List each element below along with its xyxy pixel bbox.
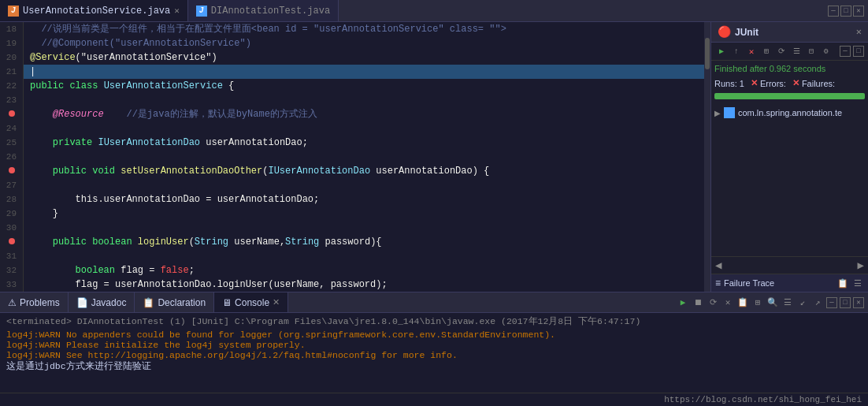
footer-url: https://blog.csdn.net/shi_hong_fei_hei (664, 395, 862, 404)
tree-item[interactable]: ▶ com.ln.spring.annotation.te (714, 106, 865, 120)
code-content: private IUserAnnotationDao userAnnotatio… (24, 136, 308, 150)
close-button[interactable]: ✕ (853, 6, 864, 17)
errors-stat: ✕ Errors: (751, 78, 786, 88)
bottom-toolbar: ▶ ⏹ ⟳ ✕ 📋 ⊞ 🔍 ☰ ↙ ↗ ─ □ ✕ (677, 296, 868, 309)
tree-arrow-icon: ▶ (714, 109, 721, 117)
tab-label-2: DIAnnotationTest.java (211, 6, 330, 17)
collapse-button[interactable]: ⊟ (805, 45, 818, 58)
bottom-tab-bar: ⚠ Problems 📄 Javadoc 📋 Declaration 🖥 Con… (0, 292, 868, 313)
settings-button[interactable]: ⚙ (820, 45, 833, 58)
test-class-icon (724, 107, 735, 118)
rerun-button[interactable]: ↑ (730, 45, 743, 58)
table-row: 30 (0, 221, 704, 235)
line-number: 22 (0, 79, 24, 93)
console-line-4: 这是通过jdbc方式来进行登陆验证 (6, 360, 862, 372)
code-editor[interactable]: 18 //说明当前类是一个组件，相当于在配置文件里面<bean id = "us… (0, 22, 704, 292)
line-number: 24 (0, 107, 24, 136)
failure-trace-header: ≡ Failure Trace 📋 ☰ (711, 274, 868, 292)
line-number: 25 (0, 136, 24, 150)
bottom-close-button[interactable]: ✕ (853, 297, 864, 308)
code-content: flag = userAnnotationDao.loginUser(userN… (24, 277, 388, 292)
junit-title: JUnit (735, 27, 759, 38)
minimize-button[interactable]: ─ (828, 6, 839, 17)
window-controls: ─ □ ✕ (828, 6, 868, 17)
tab-userannotationservice[interactable]: J UserAnnotationService.java ✕ (0, 0, 188, 21)
panel-maximize-button[interactable]: □ (853, 46, 864, 57)
main-area: 18 //说明当前类是一个组件，相当于在配置文件里面<bean id = "us… (0, 22, 868, 292)
console-toolbar-9[interactable]: ↙ (796, 296, 809, 309)
declaration-label: Declaration (158, 297, 206, 308)
nav-right-icon[interactable]: ▶ (858, 259, 864, 272)
tab-declaration[interactable]: 📋 Declaration (135, 292, 214, 312)
code-content (24, 93, 30, 107)
table-row: 19 //@Component("userAnnotationService") (0, 36, 704, 50)
bottom-maximize-button[interactable]: □ (840, 297, 851, 308)
console-area[interactable]: <terminated> DIAnnotationTest (1) [JUnit… (0, 313, 868, 393)
bottom-minimize-button[interactable]: ─ (826, 297, 837, 308)
run-button[interactable]: ▶ (715, 45, 728, 58)
code-content: public void setUserAnnotationDaoOther(IU… (24, 164, 489, 192)
table-row: 31 public boolean loginUser(String userN… (0, 235, 704, 263)
junit-panel: 🔴 JUnit ✕ ▶ ↑ ✕ ⊞ ⟳ ☰ ⊟ ⚙ ─ □ Finished a… (710, 22, 868, 292)
failure-trace-label: Failure Trace (724, 278, 774, 288)
code-content: //@Component("userAnnotationService") (24, 36, 251, 50)
history-button[interactable]: ⊞ (760, 45, 773, 58)
code-content (24, 65, 35, 79)
scrollbar[interactable] (704, 22, 710, 292)
table-row: 22 public class UserAnnotationService { (0, 79, 704, 93)
junit-logo-icon: 🔴 (718, 25, 731, 39)
console-toolbar-10[interactable]: ↗ (811, 296, 824, 309)
code-content: @Service("userAnnotationService") (24, 50, 217, 65)
console-toolbar-3[interactable]: ⟳ (707, 296, 719, 309)
console-toolbar-1[interactable]: ▶ (677, 296, 689, 309)
stats-row: Runs: 1 ✕ Errors: ✕ Failures: (714, 78, 865, 88)
console-toolbar-5[interactable]: 📋 (736, 296, 749, 309)
junit-close-button[interactable]: ✕ (856, 26, 862, 38)
table-row: 18 //说明当前类是一个组件，相当于在配置文件里面<bean id = "us… (0, 22, 704, 36)
console-toolbar-2[interactable]: ⏹ (692, 296, 704, 309)
console-toolbar-4[interactable]: ✕ (721, 296, 734, 309)
line-number: 23 (0, 93, 24, 107)
tab-close-1[interactable]: ✕ (174, 6, 180, 16)
line-number: 32 (0, 263, 24, 277)
failures-stat: ✕ Failures: (792, 78, 835, 88)
panel-minimize-button[interactable]: ─ (840, 46, 851, 57)
console-toolbar-8[interactable]: ☰ (781, 296, 794, 309)
console-terminated-line: <terminated> DIAnnotationTest (1) [JUnit… (6, 315, 862, 327)
line-number: 18 (0, 22, 24, 36)
progress-bar-container (714, 93, 865, 99)
javadoc-icon: 📄 (76, 297, 88, 308)
bottom-panel: ⚠ Problems 📄 Javadoc 📋 Declaration 🖥 Con… (0, 292, 868, 406)
console-icon: 🖥 (222, 297, 232, 308)
trace-copy-button[interactable]: 📋 (836, 277, 849, 289)
code-content (24, 221, 30, 235)
failure-trace-icon: ≡ (715, 277, 721, 289)
finished-text: Finished after 0.962 seconds (714, 64, 865, 73)
console-label: Console (235, 297, 269, 308)
filter-button[interactable]: ☰ (790, 45, 803, 58)
console-toolbar-6[interactable]: ⊞ (751, 296, 764, 309)
tree-item-label: com.ln.spring.annotation.te (738, 108, 842, 117)
line-number: 31 (0, 235, 24, 263)
problems-icon: ⚠ (8, 297, 17, 308)
table-row: 24 @Resource //是java的注解，默认是byName的方式注入 (0, 107, 704, 136)
java-file-icon-1: J (8, 6, 19, 17)
junit-content: Finished after 0.962 seconds Runs: 1 ✕ E… (711, 61, 868, 256)
scroll-thumb[interactable] (705, 38, 710, 69)
tab-diannotationtest[interactable]: J DIAnnotationTest.java (188, 0, 339, 21)
refresh-button[interactable]: ⟳ (775, 45, 788, 58)
table-row: 28 this.userAnnotationDao = userAnnotati… (0, 192, 704, 207)
test-tree: ▶ com.ln.spring.annotation.te (714, 106, 865, 120)
console-line-2: log4j:WARN Please initialize the log4j s… (6, 340, 862, 350)
runs-stat: Runs: 1 (714, 79, 744, 88)
tab-problems[interactable]: ⚠ Problems (0, 292, 69, 312)
stop-button[interactable]: ✕ (745, 45, 758, 58)
maximize-button[interactable]: □ (840, 6, 851, 17)
nav-left-icon[interactable]: ◀ (715, 259, 721, 272)
tab-console[interactable]: 🖥 Console ✕ (214, 292, 288, 312)
trace-filter-button[interactable]: ☰ (851, 277, 864, 289)
console-close-button[interactable]: ✕ (273, 297, 280, 307)
line-number: 33 (0, 277, 24, 292)
tab-javadoc[interactable]: 📄 Javadoc (69, 292, 135, 312)
console-toolbar-7[interactable]: 🔍 (766, 296, 779, 309)
